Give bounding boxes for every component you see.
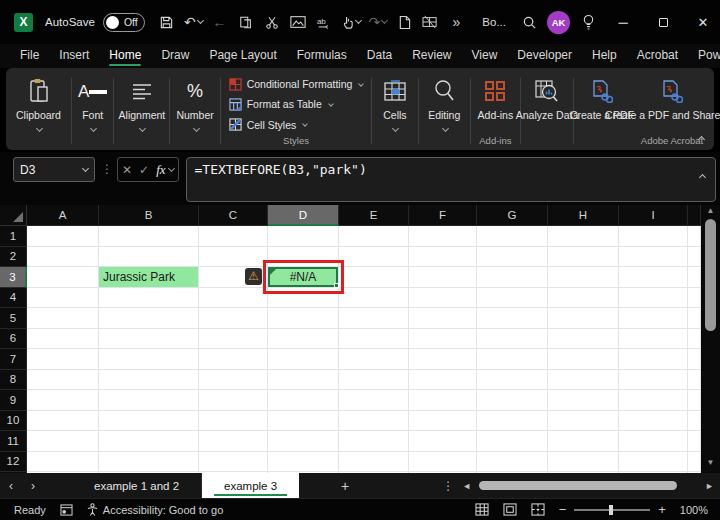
menu-tab-draw[interactable]: Draw (151, 45, 199, 67)
cell-i4[interactable] (619, 288, 688, 309)
cell-styles-button[interactable]: Cell Styles (229, 115, 364, 135)
cells-group[interactable]: Cells (372, 72, 417, 150)
cell-g12[interactable] (477, 452, 548, 473)
cell-c9[interactable] (199, 390, 268, 411)
cell-i1[interactable] (619, 226, 688, 247)
cell-f1[interactable] (409, 226, 477, 247)
cell-c11[interactable] (199, 431, 268, 452)
cell-g1[interactable] (477, 226, 548, 247)
alignment-group[interactable]: Alignment (114, 72, 169, 150)
cell-e1[interactable] (339, 226, 409, 247)
cell-e5[interactable] (339, 308, 409, 329)
save-button[interactable] (155, 9, 179, 35)
menu-tab-power-pivot[interactable]: Power Pivot (688, 45, 720, 67)
column-header-i[interactable]: I (619, 205, 688, 226)
cell-b10[interactable] (99, 411, 199, 432)
zoom-out-button[interactable]: − (559, 502, 567, 517)
cell-a5[interactable] (27, 308, 99, 329)
row-header-12[interactable]: 12 (0, 452, 27, 473)
cell-b7[interactable] (99, 349, 199, 370)
cell-e12[interactable] (339, 452, 409, 473)
menu-tab-developer[interactable]: Developer (507, 45, 582, 67)
cell-i3[interactable] (619, 267, 688, 288)
scroll-down-arrow-icon[interactable]: ▼ (707, 457, 715, 469)
cell-d6[interactable] (268, 329, 339, 350)
cell-g11[interactable] (477, 431, 548, 452)
cell-c4[interactable] (199, 288, 268, 309)
cell-h9[interactable] (548, 390, 619, 411)
cell-a7[interactable] (27, 349, 99, 370)
formula-input[interactable]: =TEXTBEFORE(B3,"park") (186, 157, 716, 202)
autosave-toggle[interactable]: Off (103, 13, 145, 32)
cell-a12[interactable] (27, 452, 99, 473)
cell-f8[interactable] (409, 370, 477, 391)
cut-button[interactable] (260, 9, 284, 35)
cell-e8[interactable] (339, 370, 409, 391)
cell-c5[interactable] (199, 308, 268, 329)
cell-c10[interactable] (199, 411, 268, 432)
cancel-button[interactable]: ✕ (122, 163, 132, 177)
search-button[interactable] (517, 9, 541, 35)
error-options-button[interactable]: ⚠ (245, 268, 262, 285)
cell-f5[interactable] (409, 308, 477, 329)
editing-group[interactable]: Editing (419, 72, 470, 150)
minimize-button[interactable]: ─ (606, 7, 640, 37)
row-header-8[interactable]: 8 (0, 370, 27, 391)
cell-b3[interactable]: Jurassic Park (99, 267, 199, 288)
cell-a6[interactable] (27, 329, 99, 350)
cell-g6[interactable] (477, 329, 548, 350)
sheet-tab-example-3[interactable]: example 3 (202, 473, 299, 498)
row-header-5[interactable]: 5 (0, 308, 27, 329)
cell-g2[interactable] (477, 247, 548, 268)
menu-tab-insert[interactable]: Insert (49, 45, 99, 67)
vertical-scrollbar[interactable]: ▲ ▼ (701, 205, 720, 473)
cell-a8[interactable] (27, 370, 99, 391)
row-header-7[interactable]: 7 (0, 349, 27, 370)
cell-e6[interactable] (339, 329, 409, 350)
cell-c1[interactable] (199, 226, 268, 247)
cell-b11[interactable] (99, 431, 199, 452)
tips-button[interactable] (576, 9, 600, 35)
cell-b4[interactable] (99, 288, 199, 309)
menu-tab-review[interactable]: Review (402, 45, 461, 67)
cell-a1[interactable] (27, 226, 99, 247)
column-header-a[interactable]: A (27, 205, 99, 226)
cell-a11[interactable] (27, 431, 99, 452)
scroll-up-arrow-icon[interactable]: ▲ (707, 205, 715, 217)
cell-i5[interactable] (619, 308, 688, 329)
cell-i9[interactable] (619, 390, 688, 411)
row-header-2[interactable]: 2 (0, 247, 27, 268)
normal-view-button[interactable] (475, 503, 489, 516)
column-header-f[interactable]: F (409, 205, 477, 226)
page-break-preview-button[interactable] (531, 503, 545, 516)
cell-f3[interactable] (409, 267, 477, 288)
vertical-scrollbar-thumb[interactable] (705, 219, 716, 331)
row-header-4[interactable]: 4 (0, 288, 27, 309)
avatar[interactable]: AK (547, 11, 570, 34)
back-button[interactable]: ← (208, 9, 232, 35)
cell-b9[interactable] (99, 390, 199, 411)
cell-a10[interactable] (27, 411, 99, 432)
menu-tab-formulas[interactable]: Formulas (287, 45, 357, 67)
cell-g7[interactable] (477, 349, 548, 370)
cell-a3[interactable] (27, 267, 99, 288)
cell-i12[interactable] (619, 452, 688, 473)
cell-h11[interactable] (548, 431, 619, 452)
cell-g10[interactable] (477, 411, 548, 432)
format-as-table-button[interactable]: Format as Table (229, 94, 364, 114)
cell-f2[interactable] (409, 247, 477, 268)
cell-e9[interactable] (339, 390, 409, 411)
zoom-level[interactable]: 100% (680, 504, 708, 516)
cell-e7[interactable] (339, 349, 409, 370)
horizontal-scrollbar-thumb[interactable] (479, 481, 677, 490)
cell-f7[interactable] (409, 349, 477, 370)
column-header-b[interactable]: B (99, 205, 199, 226)
undo-button[interactable]: ↶ (181, 9, 206, 35)
cell-c2[interactable] (199, 247, 268, 268)
cell-c8[interactable] (199, 370, 268, 391)
cell-i11[interactable] (619, 431, 688, 452)
page-layout-view-button[interactable] (503, 503, 517, 516)
cell-c7[interactable] (199, 349, 268, 370)
cell-e10[interactable] (339, 411, 409, 432)
font-group[interactable]: A Font (72, 72, 113, 150)
